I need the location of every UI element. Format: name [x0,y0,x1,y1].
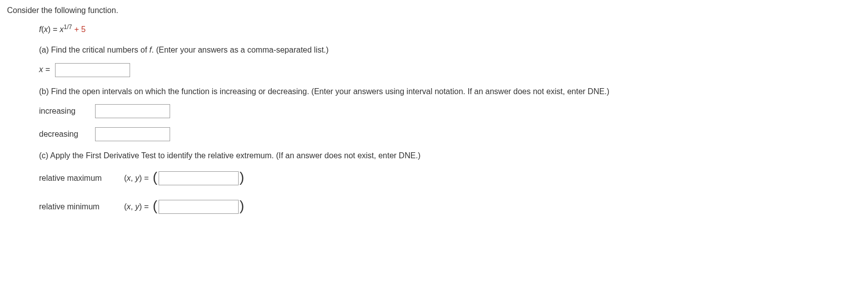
part-b-prompt: (b) Find the open intervals on which the… [39,86,861,97]
xy-equals-max: (x, y) = [124,173,149,184]
relative-maximum-label: relative maximum [39,173,124,184]
increasing-label: increasing [39,106,84,117]
close-paren-icon: ) [240,196,244,215]
open-paren-icon: ( [153,167,157,187]
part-c-prompt: (c) Apply the First Derivative Test to i… [39,150,861,161]
function-expression: f(x) = x1/7 + 5 [39,23,861,36]
decreasing-label: decreasing [39,129,84,140]
relative-maximum-input[interactable] [159,171,239,185]
increasing-input[interactable] [95,104,170,118]
relative-minimum-input[interactable] [159,200,239,214]
xy-equals-min: (x, y) = [124,201,149,212]
part-a-prompt: (a) Find the critical numbers of f. (Ent… [39,45,861,56]
part-b: (b) Find the open intervals on which the… [39,86,861,141]
close-paren-icon: ) [240,167,244,187]
decreasing-input[interactable] [95,127,170,141]
part-c: (c) Apply the First Derivative Test to i… [39,150,861,217]
relative-minimum-label: relative minimum [39,201,124,212]
part-a: (a) Find the critical numbers of f. (Ent… [39,45,861,77]
open-paren-icon: ( [153,196,157,215]
intro-text: Consider the following function. [7,5,861,16]
critical-numbers-input[interactable] [55,63,130,77]
x-equals-label: x = [39,64,50,75]
